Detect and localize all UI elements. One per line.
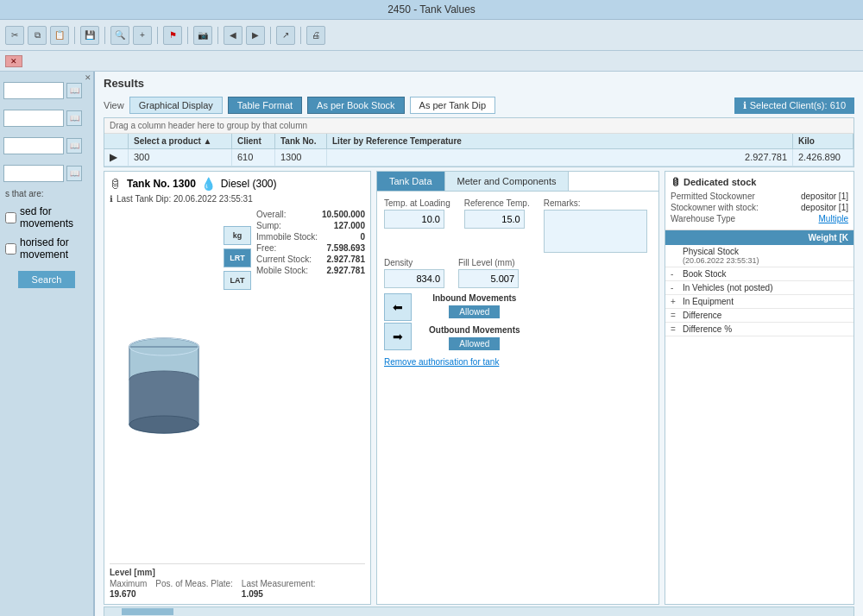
paste-icon[interactable]: 📋 bbox=[50, 26, 69, 45]
current-value: 2.927.781 bbox=[327, 255, 366, 264]
difference-op: = bbox=[671, 311, 679, 320]
sep6 bbox=[270, 27, 271, 44]
current-label: Current Stock: bbox=[256, 255, 312, 264]
free-label: Free: bbox=[256, 243, 276, 253]
media-icon[interactable]: 📷 bbox=[193, 26, 212, 45]
remove-auth-link[interactable]: Remove authorisation for tank bbox=[384, 357, 499, 367]
fill-level-input[interactable] bbox=[458, 269, 519, 288]
checkbox-group-label: s that are: bbox=[3, 189, 90, 198]
tank-diagram bbox=[125, 328, 203, 440]
equipment-op: + bbox=[671, 297, 679, 306]
export-icon[interactable]: ↗ bbox=[276, 26, 295, 45]
in-vehicles-row: - In Vehicles (not posted) bbox=[665, 281, 854, 295]
temp-loading-label: Temp. at Loading bbox=[384, 198, 450, 208]
flag-icon[interactable]: ⚑ bbox=[163, 26, 182, 45]
col-liter[interactable]: Liter by Reference Temperature bbox=[327, 134, 793, 148]
filter-icon-2[interactable]: 📖 bbox=[66, 110, 82, 126]
stat-overall: Overall: 10.500.000 bbox=[256, 209, 365, 220]
stockowner-value: depositor [1] bbox=[801, 203, 848, 212]
density-input[interactable] bbox=[384, 269, 444, 288]
in-vehicles-label: In Vehicles (not posted) bbox=[683, 283, 848, 292]
outbound-col: Outbound Movements Allowed bbox=[429, 325, 520, 350]
mobile-value: 2.927.781 bbox=[327, 266, 366, 275]
checkbox-movements[interactable] bbox=[5, 212, 16, 223]
col-tankno[interactable]: Tank No. bbox=[275, 134, 327, 148]
permitted-stockowner-row: Permitted Stockowner depositor [1] bbox=[671, 191, 848, 202]
tab-meter-components[interactable]: Meter and Components bbox=[445, 172, 570, 191]
tank-visual-area: kg LRT LAT Overall: 10.500.000 Sump: 127… bbox=[110, 209, 365, 558]
tank-stats: Overall: 10.500.000 Sump: 127.000 Immobi… bbox=[256, 209, 365, 558]
copy-icon[interactable]: ⧉ bbox=[28, 26, 47, 45]
filter-icon-4[interactable]: 📖 bbox=[66, 166, 82, 181]
pos-label: Pos. of Meas. Plate: bbox=[155, 579, 233, 588]
table-row[interactable]: ▶ 300 610 1300 2.927.781 2.426.890 bbox=[104, 149, 854, 167]
temp-loading-field: Temp. at Loading bbox=[384, 198, 450, 253]
sep4 bbox=[187, 27, 188, 44]
left-panel: ✕ 📖 📖 📖 📖 s that are: sed for movements … bbox=[0, 72, 95, 616]
temp-loading-input[interactable] bbox=[384, 210, 444, 229]
density-field: Density bbox=[384, 258, 444, 288]
selected-clients-badge: ℹ Selected Client(s): 610 bbox=[734, 97, 854, 114]
warehouse-label: Warehouse Type bbox=[671, 214, 735, 223]
difference-pct-label: Difference % bbox=[683, 324, 848, 334]
outbound-title: Outbound Movements bbox=[429, 325, 520, 335]
results-header: Results bbox=[95, 72, 863, 93]
sep1 bbox=[74, 27, 75, 44]
tank-panel: 🛢 Tank No. 1300 💧 Diesel (300) ℹ Last Ta… bbox=[104, 171, 371, 605]
results-grid: Drag a column header here to group by th… bbox=[104, 117, 854, 167]
tank-number: Tank No. 1300 bbox=[127, 178, 196, 190]
save-icon[interactable]: 💾 bbox=[80, 26, 99, 45]
as-per-book-stock-button[interactable]: As per Book Stock bbox=[307, 97, 405, 114]
physical-label: Physical Stock (20.06.2022 23:55:31) bbox=[683, 247, 848, 265]
scrollbar-thumb[interactable] bbox=[122, 608, 173, 615]
left-panel-close-icon[interactable]: ✕ bbox=[85, 73, 91, 82]
print-icon[interactable]: 🖨 bbox=[306, 26, 325, 45]
as-per-tank-dip-button[interactable]: As per Tank Dip bbox=[410, 97, 495, 114]
search-icon[interactable]: 🔍 bbox=[110, 26, 129, 45]
horizontal-scrollbar[interactable] bbox=[104, 607, 854, 616]
filter-input-4[interactable] bbox=[3, 165, 64, 182]
cut-icon[interactable]: ✂ bbox=[5, 26, 24, 45]
col-client[interactable]: Client bbox=[232, 134, 275, 148]
tank-unit-buttons: kg LRT LAT bbox=[224, 209, 251, 558]
remarks-input[interactable] bbox=[544, 210, 647, 253]
arrow-right-icon[interactable]: ▶ bbox=[246, 26, 265, 45]
stock-panel: 🛢 Dedicated stock Permitted Stockowner d… bbox=[665, 171, 854, 605]
outbound-badge: Allowed bbox=[449, 337, 500, 350]
kg-button[interactable]: kg bbox=[224, 226, 251, 245]
book-stock-label: Book Stock bbox=[683, 269, 848, 279]
last-dip-text: Last Tank Dip: 20.06.2022 23:55:31 bbox=[117, 194, 253, 204]
table-format-button[interactable]: Table Format bbox=[228, 97, 302, 114]
filter-input-2[interactable] bbox=[3, 110, 64, 127]
checkbox-authorised[interactable] bbox=[5, 243, 16, 255]
zoom-in-icon[interactable]: + bbox=[133, 26, 152, 45]
movement-cols: Inbound Movements Allowed Outbound Movem… bbox=[429, 293, 520, 350]
filter-input-1[interactable] bbox=[3, 82, 64, 99]
tank-data-panel: Tank Data Meter and Components Temp. at … bbox=[376, 171, 659, 605]
filter-icon-1[interactable]: 📖 bbox=[66, 83, 82, 98]
warehouse-value[interactable]: Multiple bbox=[819, 214, 848, 223]
main-layout: ✕ 📖 📖 📖 📖 s that are: sed for movements … bbox=[0, 72, 863, 616]
col-product[interactable]: Select a product ▲ bbox=[129, 134, 232, 148]
arrow-left-icon[interactable]: ◀ bbox=[224, 26, 243, 45]
search-button[interactable]: Search bbox=[18, 271, 76, 288]
title-text: 2450 - Tank Values bbox=[387, 3, 476, 16]
ref-temp-input[interactable] bbox=[464, 210, 525, 229]
level-last-col: Last Measurement: 1.095 bbox=[242, 579, 316, 599]
stock-table-header: Weight [K bbox=[665, 230, 854, 245]
col-kilo[interactable]: Kilo bbox=[793, 134, 854, 148]
filter-input-3[interactable] bbox=[3, 137, 64, 154]
graphical-display-button[interactable]: Graphical Display bbox=[129, 97, 223, 114]
stat-current: Current Stock: 2.927.781 bbox=[256, 254, 365, 265]
tab-tank-data[interactable]: Tank Data bbox=[377, 172, 445, 191]
immobile-label: Immobile Stock: bbox=[256, 232, 318, 242]
svg-point-5 bbox=[129, 416, 198, 433]
filter-icon-3[interactable]: 📖 bbox=[66, 138, 82, 154]
close-tab-button[interactable]: ✕ bbox=[5, 55, 22, 67]
sep5 bbox=[217, 27, 218, 44]
lat-button[interactable]: LAT bbox=[224, 271, 251, 290]
lrt-button[interactable]: LRT bbox=[224, 248, 251, 267]
physical-stock-row: Physical Stock (20.06.2022 23:55:31) bbox=[665, 245, 854, 267]
difference-row: = Difference bbox=[665, 309, 854, 323]
stock-table: Weight [K Physical Stock (20.06.2022 23:… bbox=[665, 230, 854, 604]
